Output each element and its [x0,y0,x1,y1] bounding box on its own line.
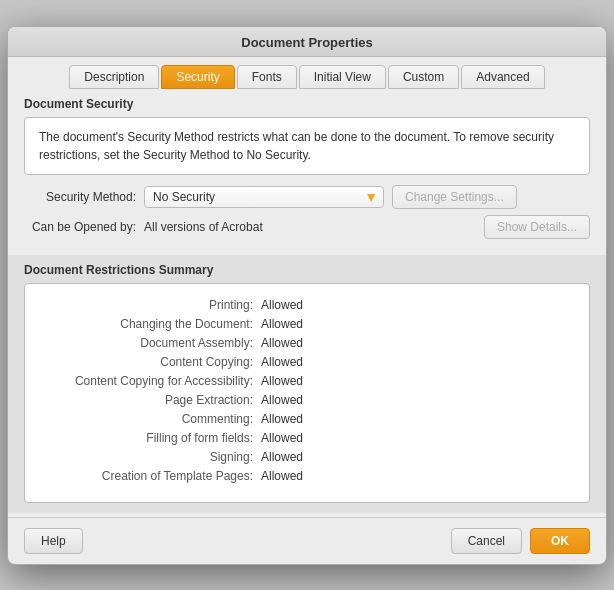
dialog: Document Properties Description Security… [7,26,607,565]
tab-description[interactable]: Description [69,65,159,89]
dialog-title: Document Properties [241,35,372,50]
can-be-opened-value: All versions of Acrobat [144,220,263,234]
restriction-value: Allowed [261,431,303,445]
tab-security[interactable]: Security [161,65,234,89]
security-method-select[interactable]: No Security [144,186,384,208]
title-bar: Document Properties [8,27,606,57]
restriction-value: Allowed [261,393,303,407]
restriction-row: Page Extraction: Allowed [41,393,573,407]
restriction-row: Content Copying: Allowed [41,355,573,369]
footer: Help Cancel OK [8,517,606,564]
security-section-title: Document Security [24,97,590,111]
restriction-value: Allowed [261,355,303,369]
restrictions-section-title: Document Restrictions Summary [24,263,590,277]
change-settings-button[interactable]: Change Settings... [392,185,517,209]
restriction-row: Commenting: Allowed [41,412,573,426]
help-button[interactable]: Help [24,528,83,554]
footer-actions: Cancel OK [451,528,590,554]
security-description: The document's Security Method restricts… [39,130,554,162]
security-method-select-wrapper: No Security ▼ [144,186,384,208]
restriction-row: Content Copying for Accessibility: Allow… [41,374,573,388]
restriction-row: Filling of form fields: Allowed [41,431,573,445]
tab-fonts[interactable]: Fonts [237,65,297,89]
restriction-value: Allowed [261,298,303,312]
tab-custom[interactable]: Custom [388,65,459,89]
show-details-button[interactable]: Show Details... [484,215,590,239]
security-method-row: Security Method: No Security ▼ Change Se… [24,185,590,209]
restrictions-section: Document Restrictions Summary Printing: … [8,255,606,513]
restriction-value: Allowed [261,317,303,331]
security-section: Document Security The document's Securit… [8,89,606,255]
restriction-row: Document Assembly: Allowed [41,336,573,350]
can-be-opened-row: Can be Opened by: All versions of Acroba… [24,215,590,239]
tabs-bar: Description Security Fonts Initial View … [8,57,606,89]
restrictions-box: Printing: Allowed Changing the Document:… [24,283,590,503]
tab-initial-view[interactable]: Initial View [299,65,386,89]
restriction-label: Changing the Document: [41,317,261,331]
restriction-label: Creation of Template Pages: [41,469,261,483]
tab-advanced[interactable]: Advanced [461,65,544,89]
restriction-value: Allowed [261,469,303,483]
cancel-button[interactable]: Cancel [451,528,522,554]
restriction-label: Filling of form fields: [41,431,261,445]
restriction-row: Changing the Document: Allowed [41,317,573,331]
security-method-label: Security Method: [24,190,144,204]
restriction-value: Allowed [261,412,303,426]
restriction-label: Content Copying for Accessibility: [41,374,261,388]
restriction-label: Commenting: [41,412,261,426]
restriction-value: Allowed [261,336,303,350]
restriction-value: Allowed [261,450,303,464]
security-description-box: The document's Security Method restricts… [24,117,590,175]
restriction-row: Printing: Allowed [41,298,573,312]
ok-button[interactable]: OK [530,528,590,554]
restriction-row: Creation of Template Pages: Allowed [41,469,573,483]
restriction-label: Signing: [41,450,261,464]
restriction-row: Signing: Allowed [41,450,573,464]
can-be-opened-label: Can be Opened by: [24,220,144,234]
restriction-label: Document Assembly: [41,336,261,350]
restriction-label: Content Copying: [41,355,261,369]
restriction-label: Printing: [41,298,261,312]
restriction-value: Allowed [261,374,303,388]
restriction-label: Page Extraction: [41,393,261,407]
